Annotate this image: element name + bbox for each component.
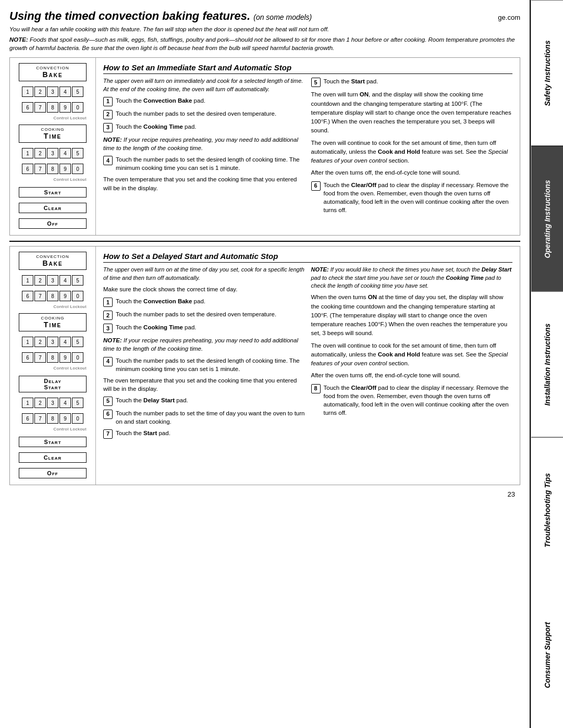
step-2-1: 1 Touch the Convection Bake pad. [103, 297, 305, 307]
ctrl-label-4: Control Lockout [19, 366, 87, 371]
btn-0[interactable]: 0 [72, 102, 83, 113]
num-grid-2a: 1 2 3 4 5 [22, 275, 83, 286]
section2-steps-left: 1 Touch the Convection Bake pad. 2 Touch… [103, 297, 305, 439]
btn-8d[interactable]: 8 [47, 352, 58, 363]
section1-title: How to Set an Immediate Start and Automa… [103, 63, 512, 74]
btn-4d[interactable]: 4 [59, 337, 71, 347]
section1-col-right: 5 Touch the Start pad. The oven will tur… [311, 77, 513, 217]
ctrl-label-3: Control Lockout [19, 304, 87, 309]
off-btn-2[interactable]: Off [19, 468, 87, 478]
btn-7b[interactable]: 7 [34, 164, 46, 174]
off-btn-1[interactable]: Off [19, 218, 87, 229]
step-text-2: Touch the number pads to set the desired… [116, 109, 305, 118]
btn-1[interactable]: 1 [22, 87, 33, 97]
btn-2d[interactable]: 2 [34, 337, 46, 347]
display-conv-bake-2: Convection Bake [19, 252, 87, 270]
section2-clock: Make sure the clock shows the correct ti… [103, 285, 305, 294]
btn-6e[interactable]: 6 [22, 413, 33, 424]
btn-2c[interactable]: 2 [34, 275, 46, 286]
btn-8b[interactable]: 8 [47, 164, 58, 174]
step-text-note: NOTE: If your recipe requires preheating… [103, 135, 305, 152]
sidebar-item-troubleshooting[interactable]: Troubleshooting Tips [531, 437, 563, 583]
step-num-5: 5 [311, 78, 321, 87]
btn-0e[interactable]: 0 [72, 413, 83, 424]
sidebar-label-operating: Operating Instructions [543, 180, 552, 258]
btn-4b[interactable]: 4 [59, 148, 71, 158]
btn-9c[interactable]: 9 [59, 291, 71, 301]
section2-step8: 8 Touch the Clear/Off pad to clear the d… [311, 384, 513, 417]
btn-4c[interactable]: 4 [59, 275, 71, 286]
delay-btn[interactable]: Delay Start [19, 376, 87, 392]
btn-8e[interactable]: 8 [47, 413, 58, 424]
step-text-2-2: Touch the number pads to set the desired… [116, 310, 305, 318]
btn-1d[interactable]: 1 [22, 337, 33, 347]
btn-5c[interactable]: 5 [72, 275, 83, 286]
btn-1e[interactable]: 1 [22, 398, 33, 408]
btn-8c[interactable]: 8 [47, 291, 58, 301]
btn-6[interactable]: 6 [22, 102, 33, 113]
title-main: Using the timed convection baking featur… [9, 9, 250, 22]
sidebar-item-operating[interactable]: Operating Instructions [531, 146, 563, 292]
btn-8[interactable]: 8 [47, 102, 58, 113]
btn-5e[interactable]: 5 [72, 398, 83, 408]
btn-1b[interactable]: 1 [22, 148, 33, 158]
step-1-3: 3 Touch the Cooking Time pad. [103, 122, 305, 132]
step-num-2-3: 3 [103, 324, 113, 333]
step-text-5: Touch the Start pad. [324, 77, 513, 85]
btn-9e[interactable]: 9 [59, 413, 71, 424]
step-num-2: 2 [103, 110, 113, 119]
btn-1c[interactable]: 1 [22, 275, 33, 286]
btn-4[interactable]: 4 [59, 87, 71, 97]
step-num-6: 6 [311, 181, 321, 191]
clear-btn-1[interactable]: Clear [19, 203, 87, 213]
btn-3c[interactable]: 3 [47, 275, 58, 286]
btn-2[interactable]: 2 [34, 87, 46, 97]
sidebar-item-installation[interactable]: Installation Instructions [531, 291, 563, 437]
section2-body1: When the oven turns ON at the time of da… [311, 293, 513, 338]
step-2-2: 2 Touch the number pads to set the desir… [103, 310, 305, 320]
btn-3b[interactable]: 3 [47, 148, 58, 158]
step-1-6: 6 Touch the Clear/Off pad to clear the d… [311, 181, 513, 214]
start-btn-2[interactable]: Start [19, 437, 87, 447]
section2-note: NOTE: If you would like to check the tim… [311, 266, 513, 290]
sidebar-item-consumer[interactable]: Consumer Support [531, 583, 563, 728]
btn-7[interactable]: 7 [34, 102, 46, 113]
start-btn-1[interactable]: Start [19, 187, 87, 198]
sidebar: Safety Instructions Operating Instructio… [531, 0, 563, 728]
btn-3[interactable]: 3 [47, 87, 58, 97]
btn-0c[interactable]: 0 [72, 291, 83, 301]
sidebar-label-safety: Safety Instructions [543, 40, 552, 106]
section1-col-left: The upper oven will turn on immediately … [103, 77, 305, 217]
btn-5d[interactable]: 5 [72, 337, 83, 347]
step-1-note: NOTE: If your recipe requires preheating… [103, 135, 305, 152]
btn-5[interactable]: 5 [72, 87, 83, 97]
btn-2b[interactable]: 2 [34, 148, 46, 158]
section2-cols: The upper oven will turn on at the time … [103, 266, 512, 442]
btn-9d[interactable]: 9 [59, 352, 71, 363]
step-2-3: 3 Touch the Cooking Time pad. [103, 323, 305, 333]
btn-0d[interactable]: 0 [72, 352, 83, 363]
btn-9[interactable]: 9 [59, 102, 71, 113]
btn-3d[interactable]: 3 [47, 337, 58, 347]
btn-3e[interactable]: 3 [47, 398, 58, 408]
step-text-6: Touch the Clear/Off pad to clear the dis… [324, 181, 513, 214]
btn-2e[interactable]: 2 [34, 398, 46, 408]
num-grid-1b: 6 7 8 9 0 [22, 102, 83, 113]
note-label: NOTE: [9, 36, 28, 43]
btn-0b[interactable]: 0 [72, 164, 83, 174]
btn-5b[interactable]: 5 [72, 148, 83, 158]
num-grid-2b: 6 7 8 9 0 [22, 291, 83, 301]
btn-9b[interactable]: 9 [59, 164, 71, 174]
btn-6c[interactable]: 6 [22, 291, 33, 301]
btn-7c[interactable]: 7 [34, 291, 46, 301]
clear-btn-2[interactable]: Clear [19, 452, 87, 463]
btn-4e[interactable]: 4 [59, 398, 71, 408]
btn-6b[interactable]: 6 [22, 164, 33, 174]
sidebar-item-safety[interactable]: Safety Instructions [531, 0, 563, 146]
btn-7d[interactable]: 7 [34, 352, 46, 363]
btn-6d[interactable]: 6 [22, 352, 33, 363]
intro-note-1: You will hear a fan while cooking with t… [9, 25, 520, 33]
step-num-2-6: 6 [103, 410, 113, 419]
step-1-4: 4 Touch the number pads to set the desir… [103, 155, 305, 172]
btn-7e[interactable]: 7 [34, 413, 46, 424]
